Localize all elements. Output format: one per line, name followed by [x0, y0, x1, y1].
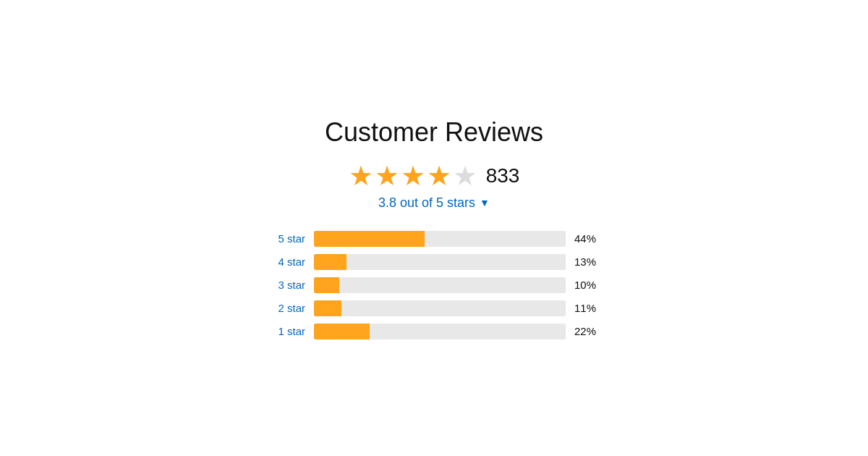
- rating-link[interactable]: 3.8 out of 5 stars: [378, 195, 475, 211]
- stars-row: ★ ★ ★ ★ ★ 833: [349, 162, 520, 190]
- bar-pct-5: 22%: [574, 325, 600, 337]
- page-title: Customer Reviews: [325, 117, 543, 148]
- bar-pct-3: 10%: [574, 279, 600, 291]
- bar-fill-1: [314, 231, 425, 247]
- bar-label-1[interactable]: 5 star: [268, 232, 305, 245]
- bar-track-3: [314, 277, 566, 293]
- bar-fill-4: [314, 300, 341, 316]
- bar-track-1: [314, 231, 566, 247]
- bar-row: 1 star22%: [268, 324, 600, 339]
- reviews-container: Customer Reviews ★ ★ ★ ★ ★ 833 3.8 out o…: [246, 117, 622, 339]
- bar-label-2[interactable]: 4 star: [268, 256, 305, 268]
- bars-section: 5 star44%4 star13%3 star10%2 star11%1 st…: [246, 231, 622, 339]
- star-1-icon: ★: [349, 162, 373, 190]
- star-5-icon: ★: [453, 162, 477, 190]
- star-3-icon: ★: [401, 162, 425, 190]
- rating-text-row: 3.8 out of 5 stars ▼: [378, 195, 490, 211]
- bar-track-5: [314, 324, 566, 339]
- bar-fill-5: [314, 324, 370, 339]
- bar-pct-2: 13%: [574, 256, 600, 268]
- bar-label-4[interactable]: 2 star: [268, 302, 305, 314]
- stars-display: ★ ★ ★ ★ ★: [349, 162, 477, 190]
- bar-row: 2 star11%: [268, 300, 600, 316]
- bar-pct-1: 44%: [574, 232, 600, 245]
- bar-fill-2: [314, 254, 346, 270]
- bar-label-3[interactable]: 3 star: [268, 279, 305, 291]
- chevron-down-icon[interactable]: ▼: [480, 197, 490, 208]
- bar-row: 3 star10%: [268, 277, 600, 293]
- bar-label-5[interactable]: 1 star: [268, 325, 305, 337]
- bar-fill-3: [314, 277, 339, 293]
- bar-row: 5 star44%: [268, 231, 600, 247]
- star-2-icon: ★: [375, 162, 399, 190]
- bar-pct-4: 11%: [574, 302, 600, 314]
- star-4-icon: ★: [427, 162, 451, 190]
- bar-row: 4 star13%: [268, 254, 600, 270]
- bar-track-2: [314, 254, 566, 270]
- bar-track-4: [314, 300, 566, 316]
- review-count: 833: [486, 164, 520, 187]
